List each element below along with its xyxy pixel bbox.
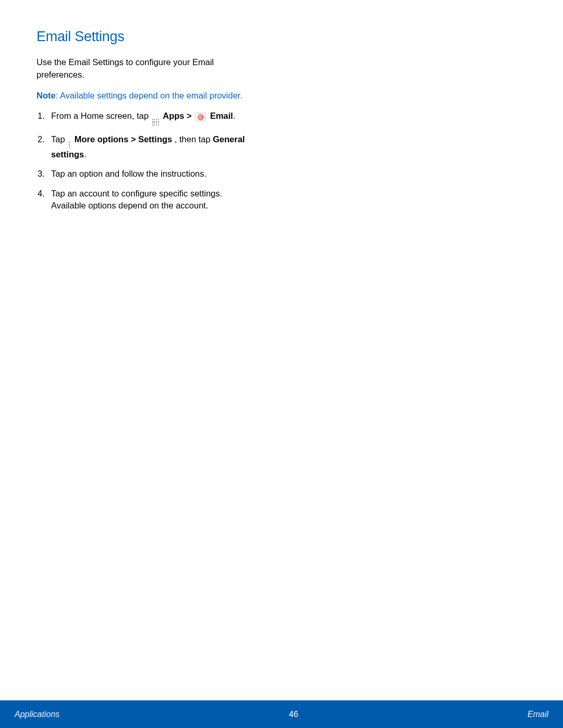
page-content: Email Settings Use the Email Settings to… <box>0 0 292 212</box>
email-icon <box>195 113 206 121</box>
page-title: Email Settings <box>36 29 255 45</box>
svg-point-1 <box>200 116 202 118</box>
step-4: Tap an account to configure specific set… <box>49 188 255 212</box>
step-1-period: . <box>233 111 236 120</box>
note-label: Note <box>36 91 56 100</box>
step-1-apps-label: Apps > <box>163 111 194 120</box>
footer-page-number: 46 <box>289 710 298 719</box>
step-1-pre: From a Home screen, tap <box>51 111 151 120</box>
footer-topic-label: Email <box>528 710 548 719</box>
step-2-mid: , then tap <box>175 134 213 144</box>
more-options-icon <box>68 141 71 149</box>
step-3: Tap an option and follow the instruction… <box>49 168 255 180</box>
step-1: From a Home screen, tap Apps > Email. <box>49 110 255 126</box>
note-paragraph: Note: Available settings depend on the e… <box>36 91 255 101</box>
step-1-email-label: Email <box>210 111 233 120</box>
step-2-pre: Tap <box>51 134 67 144</box>
footer-bar: Applications 46 Email <box>0 700 563 728</box>
footer-section-label: Applications <box>15 710 59 719</box>
intro-paragraph: Use the Email Settings to configure your… <box>36 56 255 81</box>
step-2: Tap More options > Settings , then tap G… <box>49 133 255 161</box>
step-2-more-label: More options > Settings <box>75 134 175 144</box>
note-text: : Available settings depend on the email… <box>56 91 242 100</box>
apps-grid-icon <box>152 119 160 126</box>
steps-list: From a Home screen, tap Apps > Email. Ta… <box>36 110 255 212</box>
step-2-period: . <box>84 150 87 159</box>
